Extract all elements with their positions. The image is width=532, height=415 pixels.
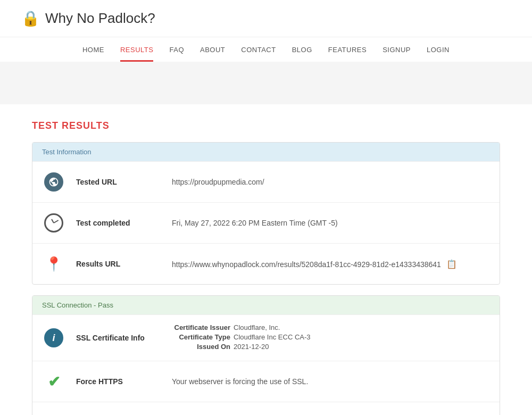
test-info-card: Test Information Tested URL https://prou… — [32, 142, 500, 285]
nav-faq[interactable]: FAQ — [169, 46, 184, 62]
pin-icon: 📍 — [45, 256, 62, 272]
nav-home[interactable]: HOME — [82, 46, 104, 62]
nav-blog[interactable]: BLOG — [292, 46, 312, 62]
checkmark-cert-container: ✔ — [42, 411, 65, 415]
section-title: TEST RESULTS — [32, 120, 500, 131]
ssl-cert-label: SSL Certificate Info — [76, 334, 161, 342]
tested-url-label: Tested URL — [76, 178, 161, 186]
logo-text: Why No Padlock? — [45, 10, 155, 27]
clock-icon-container — [42, 211, 65, 235]
valid-cert-row: ✔ Valid Certificate Your SSL Certificate… — [32, 402, 500, 415]
ssl-connection-card: SSL Connection - Pass i SSL Certificate … — [32, 295, 500, 415]
info-icon-container: i — [42, 326, 65, 350]
force-https-value: Your webserver is forcing the use of SSL… — [172, 377, 308, 386]
test-info-header: Test Information — [32, 143, 500, 161]
results-url-label: Results URL — [76, 260, 161, 268]
globe-icon — [44, 172, 63, 192]
header: 🔒 Why No Padlock? — [0, 0, 532, 37]
banner-area — [0, 62, 532, 104]
main-nav: HOME RESULTS FAQ ABOUT CONTACT BLOG FEAT… — [0, 37, 532, 62]
cert-type-key: Certificate Type — [172, 333, 230, 341]
cert-type-value: Cloudflare Inc ECC CA-3 — [234, 333, 311, 341]
results-url-value: https://www.whynopadlock.com/results/520… — [172, 259, 490, 269]
padlock-icon: 🔒 — [21, 10, 40, 27]
clock-icon — [44, 213, 63, 233]
nav-results[interactable]: RESULTS — [120, 46, 154, 62]
info-icon: i — [44, 328, 63, 347]
pin-icon-container: 📍 — [42, 252, 65, 276]
cert-issuer-key: Certificate Issuer — [172, 323, 230, 331]
nav-contact[interactable]: CONTACT — [241, 46, 276, 62]
tested-url-row: Tested URL https://proudpupmedia.com/ — [32, 161, 500, 202]
cert-issued-key: Issued On — [172, 343, 230, 351]
nav-login[interactable]: LOGIN — [427, 46, 450, 62]
logo: 🔒 Why No Padlock? — [21, 10, 155, 27]
copy-icon[interactable]: 📋 — [446, 260, 457, 269]
globe-icon-container — [42, 170, 65, 194]
test-completed-row: Test completed Fri, May 27, 2022 6:20 PM… — [32, 202, 500, 243]
nav-about[interactable]: ABOUT — [200, 46, 225, 62]
cert-issuer-value: Cloudflare, Inc. — [234, 323, 280, 331]
force-https-row: ✔ Force HTTPS Your webserver is forcing … — [32, 361, 500, 402]
main-content: TEST RESULTS Test Information Tested URL… — [21, 104, 511, 415]
tested-url-value: https://proudpupmedia.com/ — [172, 178, 490, 186]
nav-features[interactable]: FEATURES — [328, 46, 367, 62]
checkmark-https-container: ✔ — [42, 370, 65, 393]
checkmark-https-icon: ✔ — [48, 373, 60, 391]
force-https-label: Force HTTPS — [76, 377, 161, 386]
cert-issued-value: 2021-12-20 — [234, 343, 269, 351]
ssl-cert-details: Certificate Issuer Cloudflare, Inc. Cert… — [172, 323, 311, 352]
results-url-row: 📍 Results URL https://www.whynopadlock.c… — [32, 243, 500, 284]
ssl-cert-row: i SSL Certificate Info Certificate Issue… — [32, 314, 500, 361]
test-completed-value: Fri, May 27, 2022 6:20 PM Eastern Time (… — [172, 219, 490, 227]
nav-signup[interactable]: SIGNUP — [383, 46, 411, 62]
ssl-connection-header: SSL Connection - Pass — [32, 296, 500, 314]
test-completed-label: Test completed — [76, 219, 161, 227]
